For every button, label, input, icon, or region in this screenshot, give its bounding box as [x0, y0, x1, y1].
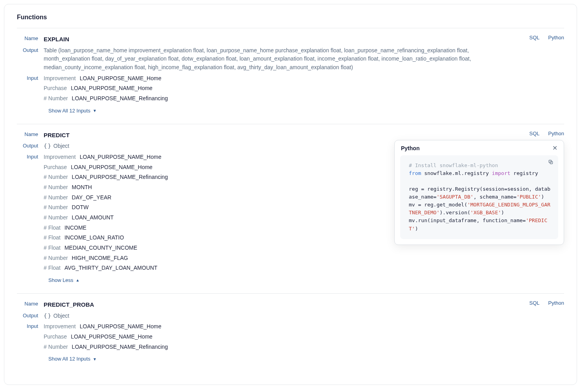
show-all-toggle[interactable]: Show All 12 Inputs▼ — [48, 107, 97, 115]
label-name: Name — [17, 131, 44, 137]
input-name: HIGH_INCOME_FLAG — [72, 254, 128, 263]
input-type: Purchase — [44, 84, 67, 93]
hash-icon: # — [44, 244, 47, 252]
sql-link[interactable]: SQL — [530, 35, 540, 40]
input-name: LOAN_PURPOSE_NAME_Home — [71, 163, 153, 172]
hash-icon: # — [44, 193, 47, 202]
input-item: ImprovementLOAN_PURPOSE_NAME_Home — [44, 74, 517, 83]
input-name: LOAN_PURPOSE_NAME_Home — [71, 333, 153, 341]
page-title: Functions — [17, 14, 564, 21]
input-name: LOAN_PURPOSE_NAME_Refinancing — [72, 94, 168, 103]
code-popover: Python✕# Install snowflake-ml-python fro… — [394, 140, 564, 245]
input-type: Improvement — [44, 153, 76, 162]
hash-icon: # — [44, 224, 47, 232]
hash-icon: # — [44, 343, 47, 352]
output-text: Table (loan_purpose_name_home improvemen… — [44, 47, 471, 70]
close-icon[interactable]: ✕ — [552, 145, 557, 151]
hash-icon: # — [44, 254, 47, 263]
code-block: # Install snowflake-ml-python from snowf… — [409, 162, 551, 233]
input-name: LOAN_PURPOSE_NAME_Refinancing — [72, 343, 168, 352]
input-item: #FloatAVG_THIRTY_DAY_LOAN_AMOUNT — [44, 264, 517, 272]
function-section: SQLPythonNamePREDICT_PROBAOutput{} Objec… — [17, 293, 564, 372]
hash-icon: # — [44, 203, 47, 212]
input-type: Float — [48, 244, 61, 252]
brackets-icon: {} — [44, 313, 52, 319]
input-type: Purchase — [44, 163, 67, 172]
sql-link[interactable]: SQL — [530, 300, 540, 306]
input-name: INCOME_LOAN_RATIO — [64, 234, 124, 242]
show-less-toggle[interactable]: Show Less▲ — [48, 276, 80, 284]
input-name: INCOME — [64, 224, 86, 232]
function-actions: SQLPython — [530, 35, 564, 40]
input-name: MONTH — [72, 183, 92, 192]
input-type: Number — [48, 343, 68, 352]
input-name: LOAN_PURPOSE_NAME_Home — [80, 153, 162, 162]
chevron-up-icon: ▲ — [76, 277, 80, 283]
sql-link[interactable]: SQL — [530, 131, 540, 136]
label-name: Name — [17, 35, 44, 41]
input-item: PurchaseLOAN_PURPOSE_NAME_Home — [44, 84, 517, 93]
input-name: DOTW — [72, 203, 89, 212]
input-item: #FloatMEDIAN_COUNTY_INCOME — [44, 244, 517, 252]
hash-icon: # — [44, 213, 47, 222]
input-name: LOAN_PURPOSE_NAME_Home — [80, 322, 162, 331]
show-all-toggle[interactable]: Show All 12 Inputs▼ — [48, 355, 97, 363]
hash-icon: # — [44, 94, 47, 103]
input-type: Number — [48, 193, 68, 202]
input-name: LOAN_PURPOSE_NAME_Refinancing — [72, 173, 168, 182]
input-type: Improvement — [44, 74, 76, 83]
function-name: PREDICT_PROBA — [44, 301, 94, 308]
function-section: SQLPythonNamePREDICTOutput{} ObjectInput… — [17, 124, 564, 293]
label-input: Input — [17, 153, 44, 160]
function-name: PREDICT — [44, 132, 70, 138]
functions-card: Functions SQLPythonNameEXPLAINOutputTabl… — [4, 4, 577, 385]
function-actions: SQLPython — [530, 131, 564, 136]
input-name: LOAN_PURPOSE_NAME_Home — [71, 84, 153, 93]
function-section: SQLPythonNameEXPLAINOutputTable (loan_pu… — [17, 28, 564, 124]
label-input: Input — [17, 322, 44, 329]
hash-icon: # — [44, 264, 47, 272]
input-name: AVG_THIRTY_DAY_LOAN_AMOUNT — [64, 264, 158, 272]
hash-icon: # — [44, 183, 47, 192]
input-type: Number — [48, 183, 68, 192]
label-output: Output — [17, 142, 44, 149]
input-item: ImprovementLOAN_PURPOSE_NAME_Home — [44, 322, 517, 331]
function-name: EXPLAIN — [44, 36, 69, 42]
hash-icon: # — [44, 173, 47, 182]
python-link[interactable]: Python — [548, 35, 564, 40]
input-item: #NumberLOAN_PURPOSE_NAME_Refinancing — [44, 343, 517, 352]
input-name: MEDIAN_COUNTY_INCOME — [64, 244, 137, 252]
label-output: Output — [17, 46, 44, 53]
popover-title: Python — [401, 145, 419, 151]
input-type: Float — [48, 264, 61, 272]
label-output: Output — [17, 312, 44, 318]
output-type: Object — [53, 143, 69, 149]
input-item: PurchaseLOAN_PURPOSE_NAME_Home — [44, 333, 517, 341]
input-type: Improvement — [44, 322, 76, 331]
python-link[interactable]: Python — [548, 300, 564, 306]
function-actions: SQLPython — [530, 300, 564, 306]
output-type: Object — [53, 313, 69, 319]
input-type: Number — [48, 173, 68, 182]
input-item: #NumberLOAN_PURPOSE_NAME_Refinancing — [44, 94, 517, 103]
input-type: Number — [48, 203, 68, 212]
input-name: LOAN_AMOUNT — [72, 213, 114, 222]
chevron-down-icon: ▼ — [93, 108, 97, 114]
input-type: Number — [48, 94, 68, 103]
input-name: DAY_OF_YEAR — [72, 193, 112, 202]
input-type: Number — [48, 254, 68, 263]
label-name: Name — [17, 300, 44, 307]
label-input: Input — [17, 74, 44, 81]
input-item: #NumberHIGH_INCOME_FLAG — [44, 254, 517, 263]
python-link[interactable]: Python — [548, 131, 564, 136]
input-type: Purchase — [44, 333, 67, 341]
chevron-down-icon: ▼ — [93, 356, 97, 363]
hash-icon: # — [44, 234, 47, 242]
input-type: Float — [48, 224, 61, 232]
input-name: LOAN_PURPOSE_NAME_Home — [80, 74, 162, 83]
input-type: Number — [48, 213, 68, 222]
input-type: Float — [48, 234, 61, 242]
brackets-icon: {} — [44, 143, 52, 149]
copy-icon[interactable] — [548, 159, 553, 165]
